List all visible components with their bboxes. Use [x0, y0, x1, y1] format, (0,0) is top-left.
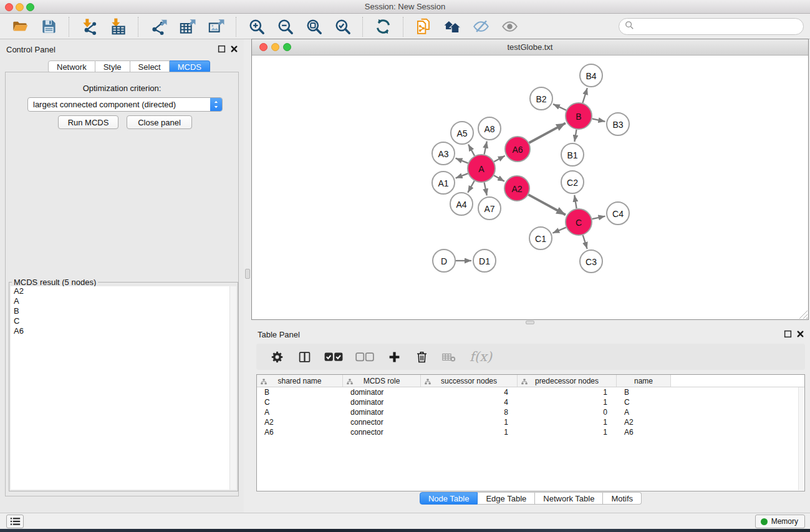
- show-panels-button[interactable]: [499, 17, 520, 37]
- graph-node-B3[interactable]: [607, 113, 629, 135]
- horizontal-splitter-handle[interactable]: [526, 321, 534, 324]
- add-row-button[interactable]: [385, 347, 403, 366]
- graph-edge-A-A6[interactable]: [494, 156, 504, 162]
- graph-edge-C-C2[interactable]: [574, 195, 576, 209]
- column-header-successor-nodes[interactable]: successor nodes: [421, 375, 518, 387]
- window-resize-grip[interactable]: [799, 310, 808, 319]
- memory-button[interactable]: Memory: [755, 515, 805, 528]
- zoom-fit-button[interactable]: [303, 17, 324, 37]
- table-close-panel-icon[interactable]: [795, 330, 805, 340]
- export-network-button[interactable]: [148, 17, 169, 37]
- mcds-result-item[interactable]: A2: [11, 286, 229, 296]
- graph-edge-C-C3[interactable]: [583, 235, 587, 249]
- hide-panels-button[interactable]: [470, 17, 491, 37]
- graph-edge-A2-C[interactable]: [528, 195, 565, 215]
- tab-mcds[interactable]: MCDS: [170, 60, 210, 73]
- zoom-in-button[interactable]: [246, 17, 267, 37]
- clear-checks-button[interactable]: [354, 347, 376, 366]
- graph-node-C1[interactable]: [529, 227, 552, 249]
- tab-select[interactable]: Select: [130, 60, 170, 73]
- graph-edge-A6-B[interactable]: [529, 123, 565, 143]
- tab-edge-table[interactable]: Edge Table: [478, 492, 535, 505]
- table-row[interactable]: Adominator80A: [257, 407, 804, 417]
- zoom-out-button[interactable]: [274, 17, 296, 37]
- search-box[interactable]: [619, 18, 804, 35]
- table-float-panel-icon[interactable]: [783, 330, 793, 340]
- graph-node-A[interactable]: [468, 155, 495, 182]
- tab-network[interactable]: Network: [48, 60, 95, 73]
- select-all-checks-button[interactable]: [322, 347, 345, 366]
- graph-node-A4[interactable]: [450, 193, 473, 215]
- graph-edge-B-B4[interactable]: [582, 88, 587, 103]
- graph-edge-A-A4[interactable]: [468, 181, 474, 193]
- home-button[interactable]: [441, 17, 463, 37]
- table-row[interactable]: A6connector11A6: [257, 427, 804, 437]
- tab-node-table[interactable]: Node Table: [420, 492, 478, 505]
- column-header-shared-name[interactable]: shared name: [257, 375, 343, 387]
- mcds-result-list[interactable]: A2ABCA6: [11, 286, 229, 490]
- graph-node-C[interactable]: [566, 209, 592, 235]
- mcds-result-item[interactable]: C: [11, 316, 229, 326]
- column-header-MCDS-role[interactable]: MCDS role: [343, 375, 421, 387]
- graph-edge-B-B2[interactable]: [553, 104, 566, 110]
- tab-motifs[interactable]: Motifs: [603, 492, 642, 505]
- refresh-button[interactable]: [372, 17, 393, 37]
- close-panel-button[interactable]: Close panel: [127, 115, 192, 129]
- table-row[interactable]: A2connector11A2: [257, 417, 804, 427]
- import-table-button[interactable]: [107, 17, 128, 37]
- close-panel-icon[interactable]: [229, 45, 239, 55]
- mcds-result-item[interactable]: B: [11, 306, 229, 316]
- result-scrollbar[interactable]: [229, 286, 236, 490]
- graph-node-A6[interactable]: [505, 137, 530, 162]
- graph-edge-B-B1[interactable]: [574, 130, 576, 142]
- save-session-button[interactable]: [38, 17, 59, 37]
- graph-node-C3[interactable]: [580, 250, 602, 273]
- split-view-button[interactable]: [295, 347, 314, 366]
- tab-style[interactable]: Style: [95, 60, 130, 73]
- graph-edge-A-A8[interactable]: [485, 142, 487, 155]
- graph-edge-B-B3[interactable]: [592, 118, 605, 121]
- graph-node-A5[interactable]: [451, 122, 473, 144]
- graph-edge-A-A7[interactable]: [485, 183, 487, 196]
- graph-node-C2[interactable]: [561, 171, 584, 193]
- graph-edge-A-A5[interactable]: [468, 144, 475, 155]
- table-scrollbar[interactable]: [798, 387, 804, 490]
- graph-node-C4[interactable]: [607, 202, 629, 225]
- graph-node-A8[interactable]: [478, 117, 501, 140]
- graph-edge-A-A2[interactable]: [494, 175, 504, 181]
- graph-edge-C-C1[interactable]: [552, 228, 566, 233]
- open-session-button[interactable]: [9, 17, 31, 37]
- tab-network-table[interactable]: Network Table: [535, 492, 603, 505]
- run-mcds-button[interactable]: Run MCDS: [58, 115, 118, 129]
- graph-edge-A-A1[interactable]: [456, 173, 468, 178]
- graph-node-D[interactable]: [433, 249, 455, 272]
- float-panel-icon[interactable]: [216, 45, 226, 55]
- graph-node-B1[interactable]: [561, 143, 584, 166]
- graph-edge-A-A3[interactable]: [456, 158, 468, 163]
- graph-node-A2[interactable]: [504, 176, 529, 201]
- graph-node-A1[interactable]: [432, 172, 455, 194]
- column-settings-button[interactable]: [268, 347, 286, 366]
- export-image-button[interactable]: [205, 17, 226, 37]
- clone-network-button[interactable]: [413, 17, 434, 37]
- delete-row-button[interactable]: [412, 347, 431, 366]
- graph-node-B4[interactable]: [580, 64, 602, 87]
- export-table-button[interactable]: [176, 17, 198, 37]
- column-header-name[interactable]: name: [617, 375, 671, 387]
- graph-node-B2[interactable]: [530, 87, 552, 110]
- mcds-result-item[interactable]: A: [11, 296, 229, 306]
- table-row[interactable]: Cdominator41C: [257, 397, 804, 407]
- mcds-result-item[interactable]: A6: [11, 326, 229, 336]
- graph-node-A3[interactable]: [432, 142, 455, 165]
- graph-node-D1[interactable]: [473, 249, 496, 272]
- column-header-predecessor-nodes[interactable]: predecessor nodes: [518, 375, 617, 387]
- search-input[interactable]: [634, 21, 803, 33]
- vertical-splitter-handle[interactable]: [245, 269, 250, 279]
- graph-node-A7[interactable]: [478, 197, 501, 220]
- import-network-button[interactable]: [79, 17, 100, 37]
- optimization-criterion-dropdown[interactable]: largest connected component (directed): [27, 97, 223, 112]
- table-row[interactable]: Bdominator41B: [257, 387, 804, 397]
- task-history-button[interactable]: [6, 515, 24, 528]
- network-canvas[interactable]: B4B2BB3A8A5A6A3B1AC2A1A2A4A7C4CC1C3DD1: [252, 56, 808, 319]
- graph-node-B[interactable]: [566, 103, 592, 129]
